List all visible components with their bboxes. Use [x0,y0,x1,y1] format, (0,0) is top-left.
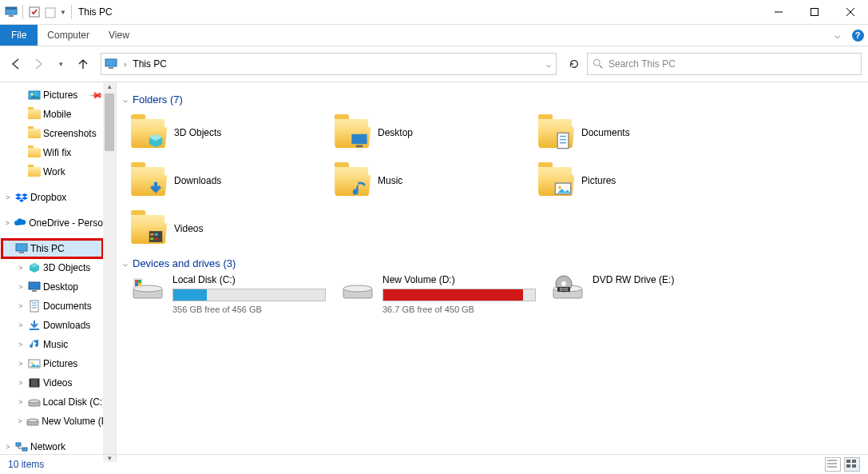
sidebar-item-onedrive-personal[interactable]: >OneDrive - Personal [2,213,103,233]
usage-bar [172,289,326,301]
folder-tile-pictures[interactable]: Pictures [538,158,742,203]
expander-icon[interactable]: > [3,443,13,451]
folder-label: 3D Objects [174,127,221,138]
maximize-button[interactable] [796,0,832,24]
search-input[interactable]: Search This PC [587,53,862,75]
forward-button[interactable] [29,54,48,74]
pc-icon [105,58,117,70]
drive-name: Local Disk (C:) [172,274,326,285]
sidebar-item-downloads[interactable]: >Downloads [2,316,103,335]
up-button[interactable] [73,54,93,74]
minimize-button[interactable] [760,0,796,24]
large-icons-view-button[interactable] [844,457,860,472]
svg-rect-43 [149,231,163,242]
sidebar-item-videos[interactable]: >Videos [2,373,103,392]
expander-icon[interactable]: > [16,283,26,291]
drives-section-title: Devices and drives (3) [133,257,236,269]
sidebar-item-new-volume-d-[interactable]: >New Volume (D:) [2,412,103,431]
folder-tile-music[interactable]: Music [335,158,538,203]
back-button[interactable] [6,54,26,74]
expander-icon[interactable]: > [16,341,26,349]
scrollbar-thumb[interactable] [105,94,114,151]
sidebar-item-pictures[interactable]: >Pictures [2,354,103,373]
recent-locations-button[interactable]: ▾ [51,54,70,74]
drive-name: DVD RW Drive (E:) [593,274,739,285]
chevron-down-icon: ⌵ [123,95,128,104]
sidebar-item-pictures[interactable]: Pictures📌 [2,86,103,105]
qat-dropdown-icon[interactable]: ▼ [60,9,66,16]
svg-rect-28 [38,379,39,387]
usage-text: 36.7 GB free of 450 GB [382,305,536,314]
sidebar-item-wifi-fix[interactable]: Wifi fix [2,143,103,162]
disk-icon [26,415,39,428]
drive-tile-new-volume-d-[interactable]: New Volume (D:)36.7 GB free of 450 GB [341,274,529,314]
chevron-right-icon[interactable]: › [122,60,128,69]
videos-icon [28,376,41,389]
usage-bar [382,289,536,301]
sidebar-item-music[interactable]: >Music [2,335,103,354]
drive-tile-dvd-rw-drive-e-[interactable]: DVDDVD RW Drive (E:) [551,274,739,314]
folder-icon [28,165,41,178]
folder-icon [28,127,41,140]
expander-icon[interactable]: > [16,264,26,272]
expander-icon[interactable]: > [16,379,26,387]
ribbon-collapse-icon[interactable]: ⌵ [826,25,847,46]
expander-icon[interactable]: > [16,417,24,425]
expander-icon[interactable]: > [16,321,26,329]
drive-name: New Volume (D:) [382,274,536,285]
svg-rect-46 [150,237,153,240]
sidebar-item-label: Music [43,339,68,350]
expander-icon[interactable]: > [3,219,11,227]
navigation-bar: ▾ › This PC ⌵ Search This PC [0,46,868,82]
tab-computer[interactable]: Computer [38,25,99,46]
folder-tile-videos[interactable]: Videos [131,206,335,251]
svg-rect-33 [16,443,21,446]
sidebar-item-3d-objects[interactable]: >3D Objects [2,258,103,277]
address-history-icon[interactable]: ⌵ [545,60,553,69]
sidebar-item-documents[interactable]: >Documents [2,297,103,316]
drive-tile-local-disk-c-[interactable]: Local Disk (C:)356 GB free of 456 GB [131,274,319,314]
sidebar-item-dropbox[interactable]: >Dropbox [2,188,103,207]
svg-line-12 [600,66,603,69]
tab-view[interactable]: View [99,25,139,46]
folder-label: Videos [174,223,203,234]
sidebar-item-label: Downloads [43,320,90,331]
pictures-icon [28,357,41,370]
expander-icon[interactable]: > [16,360,26,368]
expander-icon[interactable]: > [16,398,26,406]
svg-text:DVD: DVD [560,287,569,292]
sidebar-item-desktop[interactable]: >Desktop [2,277,103,297]
sidebar-item-label: 3D Objects [43,262,90,273]
refresh-button[interactable] [565,54,584,74]
address-bar[interactable]: › This PC ⌵ [101,53,557,75]
properties-qat-icon[interactable] [28,6,41,18]
folder-icon [28,146,41,159]
new-folder-qat-icon[interactable] [44,6,57,18]
breadcrumb-this-pc[interactable]: This PC [133,58,167,70]
sidebar-item-label: This PC [30,243,65,254]
svg-rect-37 [557,133,569,148]
sidebar-item-label: Dropbox [30,192,66,203]
details-view-button[interactable] [825,457,841,472]
sidebar-item-this-pc[interactable]: This PC [2,239,103,258]
help-button[interactable]: ? [847,25,868,46]
sidebar-item-local-disk-c-[interactable]: >Local Disk (C:) [2,392,103,412]
sidebar-item-work[interactable]: Work [2,162,103,181]
expander-icon[interactable]: > [3,193,13,201]
folder-tile-3d-objects[interactable]: 3D Objects [131,110,335,155]
svg-rect-10 [109,67,113,69]
sidebar-item-mobile[interactable]: Mobile [2,105,103,124]
sidebar-scrollbar[interactable] [103,82,116,462]
sidebar-item-label: Wifi fix [43,147,71,158]
tab-file[interactable]: File [0,25,38,46]
folder-tile-desktop[interactable]: Desktop [335,110,538,155]
expander-icon[interactable]: > [16,302,26,310]
folder-tile-downloads[interactable]: Downloads [131,158,335,203]
close-button[interactable] [832,0,868,24]
content-pane: ⌵ Folders (7) 3D ObjectsDesktopDocuments… [117,82,868,462]
sidebar-item-screenshots[interactable]: Screenshots [2,124,103,143]
svg-rect-67 [852,460,856,463]
folder-tile-documents[interactable]: Documents [538,110,742,155]
drives-section-header[interactable]: ⌵ Devices and drives (3) [123,257,868,269]
folders-section-header[interactable]: ⌵ Folders (7) [123,94,868,106]
